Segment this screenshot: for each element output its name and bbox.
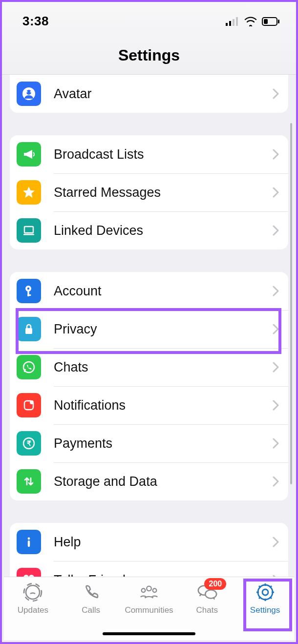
notification-icon xyxy=(17,393,41,417)
svg-rect-17 xyxy=(25,328,32,334)
row-avatar-label: Avatar xyxy=(54,86,273,102)
row-starred-label: Starred Messages xyxy=(54,185,273,200)
svg-rect-2 xyxy=(233,19,234,26)
row-broadcast-label: Broadcast Lists xyxy=(54,147,273,162)
svg-rect-24 xyxy=(28,540,30,547)
page-header: Settings xyxy=(2,35,296,75)
cellular-icon xyxy=(226,17,239,26)
status-indicators xyxy=(226,17,280,26)
chevron-right-icon xyxy=(273,476,279,487)
svg-rect-12 xyxy=(23,234,34,235)
chevron-right-icon xyxy=(273,324,279,334)
tab-updates-label: Updates xyxy=(18,605,48,615)
wifi-icon xyxy=(244,17,257,26)
svg-point-20 xyxy=(30,400,34,404)
row-account[interactable]: Account xyxy=(10,272,288,310)
row-privacy[interactable]: Privacy xyxy=(10,310,288,348)
megaphone-icon xyxy=(17,142,41,166)
row-help[interactable]: Help xyxy=(10,523,288,561)
chevron-right-icon xyxy=(273,225,279,236)
battery-icon xyxy=(262,17,280,26)
chevron-right-icon xyxy=(273,400,279,411)
tab-bar: Updates Calls Communities 200 Chats Sett… xyxy=(4,577,294,640)
scroll-indicator xyxy=(290,123,292,484)
tab-updates[interactable]: Updates xyxy=(4,581,62,615)
row-notifications-label: Notifications xyxy=(54,398,273,413)
row-privacy-label: Privacy xyxy=(54,322,273,337)
avatar-icon xyxy=(17,82,41,106)
svg-point-27 xyxy=(147,586,151,591)
chevron-right-icon xyxy=(273,537,279,547)
updates-icon xyxy=(21,581,44,603)
settings-group-lists: Broadcast Lists Starred Messages Linked … xyxy=(10,135,288,249)
tab-communities-label: Communities xyxy=(125,605,173,615)
svg-rect-5 xyxy=(278,20,279,23)
svg-rect-3 xyxy=(236,17,238,26)
row-payments-label: Payments xyxy=(54,436,273,451)
row-starred-messages[interactable]: Starred Messages xyxy=(10,173,288,211)
svg-rect-0 xyxy=(226,23,228,26)
svg-rect-6 xyxy=(264,19,268,24)
chevron-right-icon xyxy=(273,438,279,449)
settings-group-profile: Avatar xyxy=(10,75,288,113)
tab-calls[interactable]: Calls xyxy=(62,581,120,615)
svg-point-10 xyxy=(30,91,32,93)
svg-point-14 xyxy=(27,288,29,290)
row-account-label: Account xyxy=(54,284,273,299)
row-chats[interactable]: Chats xyxy=(10,348,288,386)
key-icon xyxy=(17,279,41,303)
svg-point-9 xyxy=(26,91,28,93)
chevron-right-icon xyxy=(273,362,279,373)
tab-settings-label: Settings xyxy=(250,605,280,615)
row-avatar[interactable]: Avatar xyxy=(10,75,288,113)
whatsapp-icon xyxy=(17,355,41,379)
chevron-right-icon xyxy=(273,88,279,99)
settings-group-main: Account Privacy Chats Notifications xyxy=(10,272,288,500)
svg-rect-11 xyxy=(24,227,33,233)
tab-calls-label: Calls xyxy=(82,605,100,615)
calls-icon xyxy=(80,581,102,603)
row-storage-label: Storage and Data xyxy=(54,474,273,489)
chats-badge: 200 xyxy=(204,578,226,590)
status-bar: 3:38 xyxy=(2,2,296,35)
row-broadcast-lists[interactable]: Broadcast Lists xyxy=(10,135,288,173)
chevron-right-icon xyxy=(273,286,279,296)
lock-icon xyxy=(17,317,41,341)
info-icon xyxy=(17,530,41,554)
svg-point-33 xyxy=(262,589,268,595)
tab-communities[interactable]: Communities xyxy=(120,581,178,615)
row-linked-label: Linked Devices xyxy=(54,223,273,238)
svg-point-26 xyxy=(24,583,42,601)
chevron-right-icon xyxy=(273,187,279,198)
row-payments[interactable]: ₹ Payments xyxy=(10,424,288,462)
svg-point-23 xyxy=(28,538,30,540)
status-time: 3:38 xyxy=(22,14,49,29)
star-icon xyxy=(17,180,41,205)
svg-rect-1 xyxy=(229,21,231,26)
arrows-up-down-icon xyxy=(17,469,41,494)
svg-text:₹: ₹ xyxy=(27,439,31,447)
row-help-label: Help xyxy=(54,535,273,550)
row-linked-devices[interactable]: Linked Devices xyxy=(10,211,288,249)
page-title: Settings xyxy=(2,46,296,64)
home-indicator xyxy=(103,632,195,635)
tab-chats[interactable]: 200 Chats xyxy=(178,581,236,615)
communities-icon xyxy=(138,581,160,603)
row-chats-label: Chats xyxy=(54,360,273,375)
rupee-icon: ₹ xyxy=(17,431,41,456)
svg-point-31 xyxy=(205,590,216,598)
row-storage-data[interactable]: Storage and Data xyxy=(10,462,288,500)
svg-point-25 xyxy=(26,585,40,599)
tab-chats-label: Chats xyxy=(196,605,218,615)
chevron-right-icon xyxy=(273,149,279,160)
laptop-icon xyxy=(17,218,41,243)
row-notifications[interactable]: Notifications xyxy=(10,386,288,424)
svg-point-29 xyxy=(153,588,157,592)
svg-rect-16 xyxy=(27,294,31,296)
svg-point-28 xyxy=(142,588,146,592)
gear-icon xyxy=(254,581,277,603)
tab-settings[interactable]: Settings xyxy=(236,581,294,615)
